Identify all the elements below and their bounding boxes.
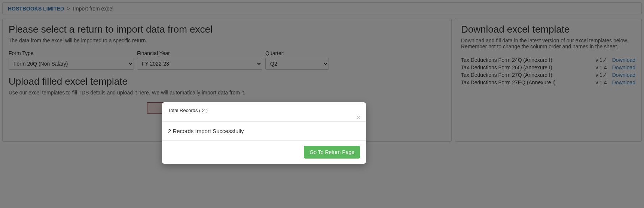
import-result-modal: Total Records ( 2 ) × 2 Records Import S… bbox=[162, 102, 366, 164]
modal-body: 2 Records Import Successfully bbox=[162, 122, 366, 141]
close-icon[interactable]: × bbox=[356, 114, 361, 121]
go-to-return-button[interactable]: Go To Return Page bbox=[304, 146, 360, 159]
modal-title: Total Records ( 2 ) bbox=[168, 108, 208, 113]
